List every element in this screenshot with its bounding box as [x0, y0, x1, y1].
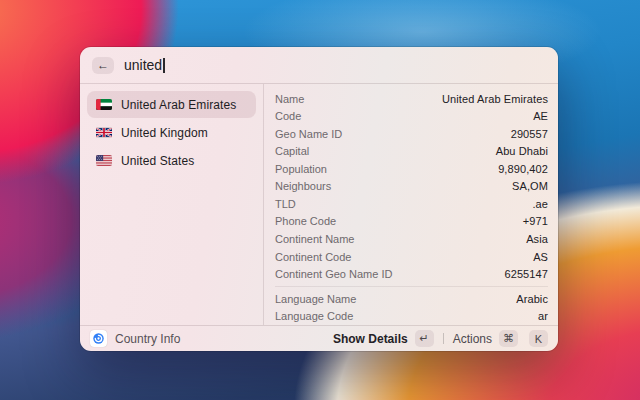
return-key-badge: ↵ [415, 330, 434, 347]
k-key-badge: K [529, 330, 548, 347]
detail-value: 9,890,402 [498, 163, 548, 175]
detail-label: Code [275, 110, 301, 122]
detail-row-language-name: Language NameArabic [275, 290, 548, 308]
detail-label: Geo Name ID [275, 128, 342, 140]
us-flag-icon [96, 155, 112, 166]
search-text: united [124, 57, 162, 73]
uk-flag-icon [96, 127, 112, 138]
footer-actions: Show Details ↵ Actions ⌘ K [333, 330, 548, 347]
detail-label: Capital [275, 145, 309, 157]
detail-label: TLD [275, 198, 296, 210]
app-name: Country Info [115, 332, 180, 346]
detail-label: Continent Name [275, 233, 355, 245]
detail-value: Abu Dhabi [496, 145, 548, 157]
text-caret [163, 58, 165, 73]
detail-row-capital: CapitalAbu Dhabi [275, 143, 548, 161]
detail-row-language-code: Language Codear [275, 307, 548, 325]
country-info-app-icon [90, 330, 107, 347]
country-list: United Arab Emirates United Kingdom Unit… [80, 84, 263, 325]
detail-value: .ae [532, 198, 548, 210]
back-arrow-icon: ← [97, 57, 109, 73]
command-key-badge: ⌘ [499, 330, 518, 347]
detail-value: AS [533, 251, 548, 263]
detail-label: Continent Code [275, 251, 351, 263]
uae-flag-icon [96, 99, 112, 110]
list-item-united-states[interactable]: United States [87, 147, 256, 174]
detail-label: Neighbours [275, 180, 331, 192]
list-item-label: United States [121, 154, 194, 168]
footer-bar: Country Info Show Details ↵ Actions ⌘ K [80, 326, 558, 351]
detail-label: Population [275, 163, 327, 175]
search-input[interactable]: united [124, 57, 546, 73]
launcher-window: ← united United Arab Emirates [80, 47, 558, 351]
detail-value: United Arab Emirates [442, 93, 548, 105]
detail-label: Language Name [275, 293, 356, 305]
list-item-united-arab-emirates[interactable]: United Arab Emirates [87, 91, 256, 118]
detail-panel: NameUnited Arab Emirates CodeAE Geo Name… [264, 84, 558, 325]
detail-row-continent-name: Continent NameAsia [275, 230, 548, 248]
detail-row-name: NameUnited Arab Emirates [275, 90, 548, 108]
detail-row-neighbours: NeighboursSA,OM [275, 178, 548, 196]
detail-value: 290557 [511, 128, 548, 140]
detail-label: Name [275, 93, 304, 105]
desktop-wallpaper: ← united United Arab Emirates [0, 0, 640, 400]
content-area: United Arab Emirates United Kingdom Unit… [80, 84, 558, 325]
detail-value: 6255147 [504, 268, 548, 280]
detail-group-separator [275, 286, 548, 287]
detail-row-continent-code: Continent CodeAS [275, 248, 548, 266]
footer-app-info: Country Info [90, 330, 180, 347]
detail-row-continent-geo-name-id: Continent Geo Name ID6255147 [275, 265, 548, 283]
list-item-label: United Arab Emirates [121, 98, 236, 112]
detail-label: Language Code [275, 310, 353, 322]
show-details-label: Show Details [333, 332, 408, 346]
detail-value: AE [533, 110, 548, 122]
detail-row-phone-code: Phone Code+971 [275, 213, 548, 231]
detail-value: Arabic [516, 293, 548, 305]
detail-row-code: CodeAE [275, 108, 548, 126]
detail-value: ar [538, 310, 548, 322]
actions-label: Actions [453, 332, 492, 346]
detail-label: Continent Geo Name ID [275, 268, 392, 280]
detail-label: Phone Code [275, 215, 336, 227]
list-item-united-kingdom[interactable]: United Kingdom [87, 119, 256, 146]
detail-row-tld: TLD.ae [275, 195, 548, 213]
detail-row-population: Population9,890,402 [275, 160, 548, 178]
detail-value: SA,OM [512, 180, 548, 192]
detail-value: Asia [526, 233, 548, 245]
search-bar: ← united [80, 47, 558, 83]
list-item-label: United Kingdom [121, 126, 208, 140]
footer-divider [443, 333, 444, 344]
actions-button[interactable]: Actions ⌘ K [453, 330, 548, 347]
show-details-button[interactable]: Show Details ↵ [333, 330, 434, 347]
detail-row-geo-name-id: Geo Name ID290557 [275, 125, 548, 143]
detail-value: +971 [523, 215, 548, 227]
back-button[interactable]: ← [92, 57, 114, 74]
